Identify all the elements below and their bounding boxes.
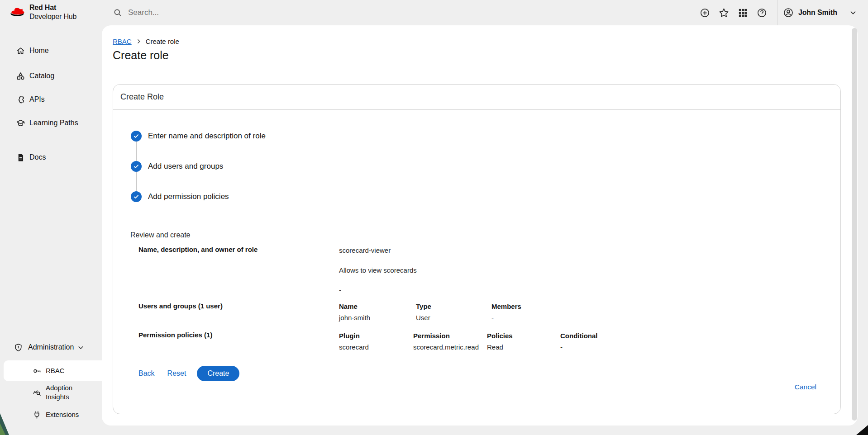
permissions-table: Plugin Permission Policies Conditional s… (339, 331, 633, 352)
role-description-value: Allows to view scorecards (339, 266, 417, 275)
column-header: Permission (413, 331, 487, 340)
header-help-button[interactable] (757, 8, 767, 18)
table-cell: scorecard (339, 343, 413, 352)
header-apps-button[interactable] (738, 8, 748, 18)
sidebar-item-label: Learning Paths (29, 119, 78, 127)
graduation-cap-icon (16, 119, 25, 128)
step-2: Add users and groups (131, 161, 266, 172)
sidebar-item-home[interactable]: Home (0, 43, 102, 58)
shield-icon (14, 343, 23, 352)
sidebar-item-label: APIs (29, 95, 45, 104)
review-name-values: scorecard-viewer Allows to view scorecar… (339, 246, 417, 295)
create-button[interactable]: Create (197, 366, 239, 381)
sidebar-item-docs[interactable]: Docs (0, 150, 102, 165)
table-cell: Read (487, 343, 560, 352)
table-cell: User (416, 313, 491, 322)
table-cell: - (560, 343, 633, 352)
document-icon (16, 153, 25, 162)
step-complete-icon (131, 161, 142, 172)
app-grid-icon (738, 8, 748, 18)
review-label-users: Users and groups (1 user) (138, 302, 223, 310)
breadcrumb-link-rbac[interactable]: RBAC (113, 38, 132, 45)
main-panel: RBAC Create role Create role Create Role… (102, 25, 858, 426)
header-actions: John Smith (691, 0, 858, 25)
sidebar-item-label: Catalog (29, 72, 54, 80)
role-owner-value: - (339, 286, 417, 295)
step-connector (136, 142, 137, 161)
sidebar-item-label: Extensions (46, 410, 79, 419)
column-header: Members (491, 302, 564, 311)
chevron-down-icon (849, 9, 857, 17)
step-label: Add permission policies (148, 192, 229, 201)
users-table: Name Type Members john-smith User - (339, 302, 564, 322)
sidebar-item-catalog[interactable]: Catalog (0, 69, 102, 83)
step-3: Add permission policies (131, 191, 266, 202)
redhat-hat-icon (10, 6, 25, 18)
sidebar-item-administration[interactable]: Administration (0, 340, 102, 355)
help-icon (757, 8, 767, 18)
sidebar-item-learning-paths[interactable]: Learning Paths (0, 116, 102, 130)
key-icon (33, 367, 41, 375)
header-starred-button[interactable] (719, 8, 729, 18)
breadcrumb: RBAC Create role (113, 38, 179, 45)
brand-line1: Red Hat (29, 3, 76, 12)
role-name-value: scorecard-viewer (339, 246, 417, 255)
account-icon (783, 7, 794, 18)
global-header: Red Hat Developer Hub (0, 0, 868, 25)
sidebar-item-label: RBAC (46, 366, 65, 375)
step-connector (136, 172, 137, 191)
home-icon (16, 47, 25, 55)
plus-circle-icon (700, 8, 710, 18)
app-root: Red Hat Developer Hub (0, 0, 868, 435)
sidebar-item-label: Administration (28, 343, 74, 351)
table-cell: john-smith (339, 313, 416, 322)
puzzle-icon (16, 95, 25, 104)
sidebar-item-rbac[interactable]: RBAC (0, 364, 102, 378)
brand-line2: Developer Hub (29, 12, 76, 21)
column-header: Type (416, 302, 491, 311)
step-1: Enter name and description of role (131, 131, 266, 142)
create-role-card: Create Role Enter name and description o… (113, 84, 841, 414)
category-icon (16, 72, 25, 80)
sidebar-item-label: Docs (29, 153, 46, 161)
sidebar-item-adoption-insights[interactable]: Adoption Insights (0, 383, 102, 402)
sidebar-divider (0, 140, 102, 140)
cancel-button[interactable]: Cancel (794, 382, 817, 392)
sidebar-item-apis[interactable]: APIs (0, 92, 102, 107)
reset-button[interactable]: Reset (165, 367, 189, 380)
chevron-right-icon (136, 38, 142, 44)
search-input[interactable] (127, 8, 236, 18)
brand-logo[interactable]: Red Hat Developer Hub (10, 3, 76, 21)
scrollbar[interactable] (852, 28, 857, 421)
header-divider (777, 0, 777, 25)
column-header: Policies (487, 331, 560, 340)
review-label-name: Name, description, and owner of role (138, 246, 258, 253)
step-complete-icon (131, 131, 142, 142)
header-create-button[interactable] (700, 8, 710, 18)
sidebar-item-label: Home (29, 47, 49, 55)
table-cell: scorecard.metric.read (413, 343, 487, 352)
label-line1: Adoption (46, 383, 72, 392)
stepper: Enter name and description of role Add u… (131, 131, 266, 202)
column-header: Conditional (560, 331, 633, 340)
sidebar: Home Catalog APIs Learn (0, 25, 102, 435)
review-label-permissions: Permission policies (1) (138, 331, 212, 339)
step-label: Enter name and description of role (148, 132, 266, 141)
column-header: Name (339, 302, 416, 311)
user-name: John Smith (798, 9, 837, 17)
sidebar-item-label: Adoption Insights (46, 383, 72, 402)
user-menu[interactable]: John Smith (782, 5, 858, 20)
label-line2: Insights (46, 392, 72, 402)
search-icon (113, 8, 122, 17)
star-icon (719, 8, 729, 18)
review-heading: Review and create (130, 231, 191, 239)
brand-text: Red Hat Developer Hub (29, 3, 76, 21)
global-search (113, 0, 236, 25)
sidebar-item-extensions[interactable]: Extensions (0, 407, 102, 422)
back-button[interactable]: Back (136, 367, 157, 380)
query-stats-icon (33, 388, 41, 397)
plug-icon (33, 411, 41, 419)
chevron-down-icon[interactable] (77, 344, 85, 351)
table-cell: - (491, 313, 564, 322)
background-art-right (856, 425, 868, 435)
